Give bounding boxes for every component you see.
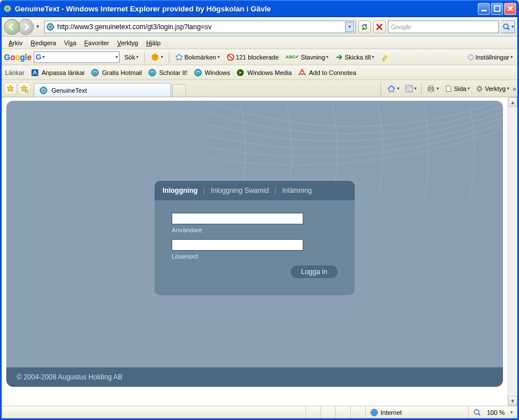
ie-favicon-icon: [90, 68, 100, 77]
feeds-button[interactable]: ▾: [403, 82, 419, 95]
home-button[interactable]: ▾: [385, 82, 402, 95]
menu-arkiv[interactable]: Arkiv: [5, 38, 26, 47]
login-panel: Inloggning | Inloggning Swamid | Inlämni…: [154, 181, 355, 295]
star-icon: [175, 53, 183, 61]
svg-point-13: [302, 69, 303, 70]
svg-point-15: [304, 73, 306, 75]
circle-icon: [468, 54, 474, 61]
status-message: [2, 406, 306, 418]
svg-point-9: [149, 69, 156, 76]
ie-favicon-icon: [39, 86, 48, 95]
status-slot-3: [335, 406, 350, 418]
maximize-button[interactable]: [491, 3, 503, 15]
link-gratis-hotmail[interactable]: Gratis Hotmail: [90, 68, 142, 77]
svg-point-12: [300, 71, 304, 74]
connotea-favicon-icon: [298, 68, 307, 77]
zoom-icon: [473, 409, 481, 417]
security-zone[interactable]: Internet: [365, 406, 468, 418]
wmp-favicon-icon: [236, 68, 245, 77]
username-input[interactable]: [172, 213, 303, 224]
scroll-down-button[interactable]: ▼: [508, 396, 517, 406]
forward-button[interactable]: [18, 19, 34, 35]
browser-search-input[interactable]: Google: [388, 21, 499, 33]
google-news-button[interactable]: ▾: [148, 51, 165, 64]
toolbar-overflow-button[interactable]: »: [513, 85, 515, 92]
tab-title: GenuineText: [51, 87, 87, 94]
star-plus-icon: [19, 84, 29, 93]
tab-bar: GenuineText ▾ ▾ ▾ Sida▾ Verktyg▾ »: [2, 80, 517, 97]
link-windows-media[interactable]: Windows Media: [236, 68, 292, 77]
svg-point-6: [468, 54, 473, 60]
favicon-icon: [30, 68, 39, 77]
tools-menu-button[interactable]: Verktyg▾: [473, 82, 512, 95]
login-tab-inloggning[interactable]: Inloggning: [163, 187, 197, 195]
title-bar: GenuineText - Windows Internet Explorer …: [0, 0, 519, 17]
page-icon: [46, 22, 55, 31]
scroll-up-button[interactable]: ▲: [508, 97, 517, 107]
google-spellcheck-button[interactable]: ABC✔Stavning▾: [283, 51, 331, 64]
window-title: GenuineText - Windows Internet Explorer …: [15, 5, 478, 13]
svg-point-4: [504, 24, 508, 29]
address-bar[interactable]: ▾: [44, 21, 356, 33]
home-icon: [387, 84, 396, 93]
svg-point-25: [474, 410, 479, 414]
vertical-scrollbar[interactable]: ▲ ▼: [508, 97, 517, 406]
menu-bar: Arkiv Redigera Visa Favoriter Verktyg Hj…: [2, 37, 517, 49]
navigation-bar: ▼ ▾ Google ▾: [2, 17, 517, 37]
link-scholar-it[interactable]: Scholar It!: [148, 68, 188, 77]
favorites-center-button[interactable]: [4, 82, 17, 95]
address-dropdown[interactable]: ▾: [345, 22, 354, 32]
status-slot-4: [350, 406, 365, 418]
page-menu-button[interactable]: Sida▾: [442, 82, 472, 95]
google-toolbar-search[interactable]: G ▾ ▾: [34, 51, 120, 63]
refresh-button[interactable]: [358, 21, 371, 33]
google-highlight-button[interactable]: [379, 51, 391, 64]
menu-hjalp[interactable]: Hjälp: [142, 38, 164, 47]
page-footer: © 2004-2008 Augustus Holding AB: [6, 367, 503, 387]
menu-visa[interactable]: Visa: [61, 38, 80, 47]
zoom-dropdown[interactable]: ▾: [510, 410, 513, 415]
back-button[interactable]: [4, 19, 20, 35]
google-search-button[interactable]: Sök▾: [122, 51, 141, 64]
password-input[interactable]: [172, 239, 303, 251]
status-bar: Internet 100 % ▾: [2, 406, 517, 418]
google-popup-blocker-button[interactable]: 121 blockerade: [224, 51, 281, 64]
menu-favoriter[interactable]: Favoriter: [81, 38, 112, 47]
login-button[interactable]: Logga in: [291, 266, 338, 278]
recent-pages-dropdown[interactable]: ▼: [34, 24, 42, 29]
star-icon: [6, 84, 15, 93]
google-toolbar: Google G ▾ ▾ Sök▾ ▾ Bokmärken▾ 121 block…: [2, 49, 517, 65]
google-settings-button[interactable]: Inställningar▾: [465, 51, 515, 64]
search-go-button[interactable]: ▾: [501, 21, 515, 33]
menu-redigera[interactable]: Redigera: [27, 38, 60, 47]
login-tab-inlamning[interactable]: Inlämning: [282, 187, 312, 195]
google-bookmarks-button[interactable]: Bokmärken▾: [173, 51, 222, 64]
add-favorite-button[interactable]: [18, 82, 30, 95]
globe-icon: [370, 409, 378, 417]
browser-tab[interactable]: GenuineText: [34, 83, 171, 97]
page-icon: [445, 85, 453, 93]
status-slot-1: [306, 406, 320, 418]
zoom-control[interactable]: 100 % ▾: [468, 406, 517, 418]
send-arrow-icon: [335, 53, 343, 61]
google-logo: Google: [4, 53, 31, 62]
link-windows[interactable]: Windows: [193, 68, 231, 77]
link-add-to-connotea[interactable]: Add to Connotea: [298, 68, 356, 77]
google-send-to-button[interactable]: Skicka till▾: [333, 51, 377, 64]
stop-button[interactable]: [373, 21, 386, 33]
menu-verktyg[interactable]: Verktyg: [114, 38, 142, 47]
page-body: Inloggning | Inloggning Swamid | Inlämni…: [6, 101, 503, 387]
svg-point-10: [195, 69, 201, 76]
printer-icon: [426, 84, 435, 93]
svg-rect-1: [481, 10, 487, 11]
url-input[interactable]: [57, 22, 343, 32]
login-tab-swamid[interactable]: Inloggning Swamid: [211, 187, 268, 195]
svg-point-14: [299, 73, 300, 75]
close-button[interactable]: [504, 3, 516, 15]
print-button[interactable]: ▾: [424, 82, 441, 95]
cube-icon: [150, 53, 160, 62]
minimize-button[interactable]: [478, 3, 490, 15]
ie-favicon-icon: [148, 68, 157, 77]
new-tab-button[interactable]: [172, 84, 186, 97]
link-anpassa-lankar[interactable]: Anpassa länkar: [30, 68, 85, 77]
